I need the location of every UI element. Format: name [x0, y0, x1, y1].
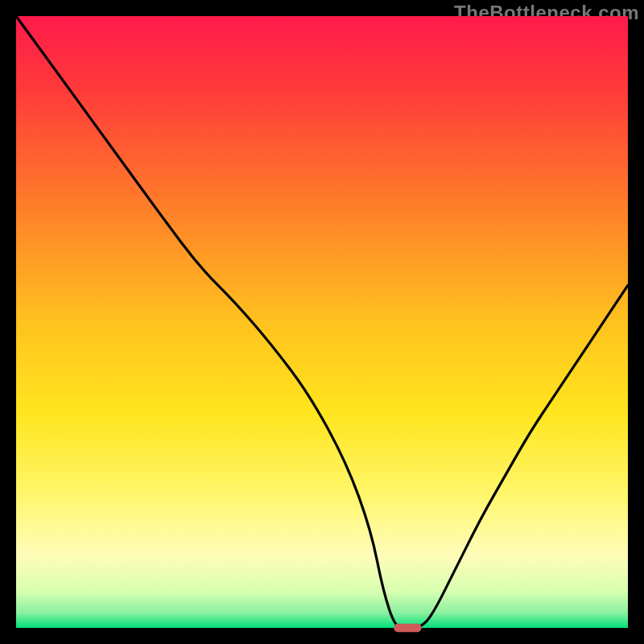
- gradient-background: [16, 16, 628, 628]
- chart-frame: TheBottleneck.com: [0, 0, 644, 644]
- optimum-marker: [394, 624, 421, 633]
- bottleneck-chart: [16, 16, 628, 628]
